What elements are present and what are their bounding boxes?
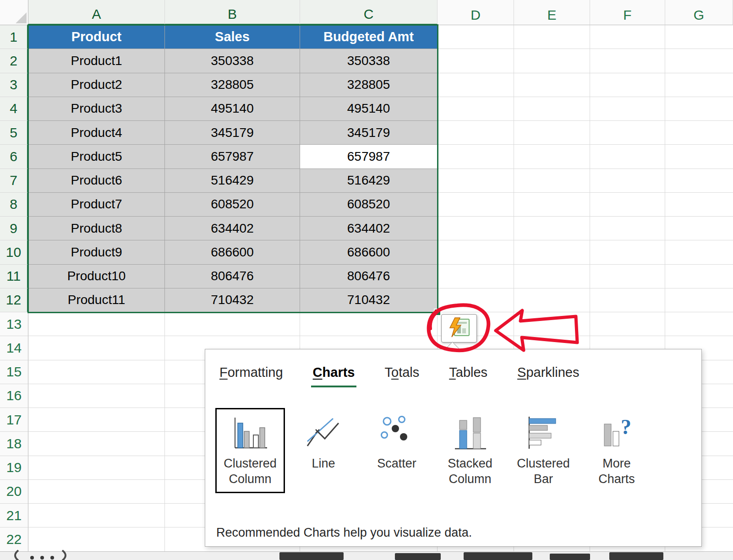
stacked-column-icon (450, 413, 490, 452)
chart-option-more-charts[interactable]: ?More Charts (582, 408, 651, 493)
cell-C1[interactable]: Budgeted Amt (300, 25, 438, 49)
cell-A9[interactable]: Product8 (28, 217, 165, 240)
select-all-triangle-icon (16, 12, 27, 23)
column-header-D[interactable]: D (438, 0, 514, 25)
cell-A10[interactable]: Product9 (28, 240, 165, 264)
row-header-16[interactable]: 16 (0, 384, 28, 408)
cell-C10[interactable]: 686600 (300, 240, 438, 264)
cell-A11[interactable]: Product10 (28, 265, 165, 288)
row-header-21[interactable]: 21 (0, 504, 28, 527)
row-header-6[interactable]: 6 (0, 145, 28, 169)
chart-option-scatter[interactable]: Scatter (362, 408, 432, 493)
sheet-tab-strip[interactable] (0, 551, 733, 560)
row-header-22[interactable]: 22 (0, 527, 28, 551)
chart-option-clustered-bar[interactable]: Clustered Bar (509, 408, 578, 493)
cell-C8[interactable]: 608520 (300, 193, 438, 217)
cell-A7[interactable]: Product6 (28, 169, 165, 193)
scatter-icon (377, 413, 416, 452)
tab-label-key: S (517, 365, 526, 380)
cell-C9[interactable]: 634402 (300, 217, 438, 240)
cell-A8[interactable]: Product7 (28, 193, 165, 217)
tab-totals[interactable]: Totals (384, 365, 419, 380)
cell-A1[interactable]: Product (28, 25, 165, 49)
cell-B4[interactable]: 495140 (165, 97, 300, 121)
cell-C5[interactable]: 345179 (300, 121, 438, 145)
cell-C7[interactable]: 516429 (300, 169, 438, 193)
cell-C11[interactable]: 806476 (300, 265, 438, 288)
row-header-2[interactable]: 2 (0, 49, 28, 73)
column-header-B[interactable]: B (165, 0, 300, 25)
cell-B2[interactable]: 350338 (165, 49, 300, 73)
cell-A3[interactable]: Product2 (28, 73, 165, 97)
column-header-A[interactable]: A (28, 0, 165, 25)
tab-label-post: ormatting (228, 365, 283, 380)
tab-label-post: parklines (526, 365, 579, 380)
cell-B1[interactable]: Sales (165, 25, 300, 49)
line-icon (304, 413, 343, 452)
row-header-13[interactable]: 13 (0, 312, 28, 336)
tab-formatting[interactable]: Formatting (219, 365, 283, 380)
column-header-E[interactable]: E (514, 0, 590, 25)
row-header-19[interactable]: 19 (0, 456, 28, 480)
column-header-G[interactable]: G (665, 0, 733, 25)
cell-B9[interactable]: 634402 (165, 217, 300, 240)
tab-tables[interactable]: Tables (449, 365, 487, 380)
tab-label-key: F (219, 365, 228, 380)
tab-charts[interactable]: Charts (313, 365, 355, 380)
data-table: ProductSalesBudgeted AmtProduct135033835… (28, 25, 438, 312)
cell-A12[interactable]: Product11 (28, 288, 165, 312)
chart-option-stacked-column[interactable]: Stacked Column (435, 408, 505, 493)
chart-option-label: Stacked Column (438, 456, 503, 487)
row-header-10[interactable]: 10 (0, 240, 28, 264)
column-header-F[interactable]: F (590, 0, 665, 25)
row-header-8[interactable]: 8 (0, 193, 28, 217)
quick-analysis-button[interactable] (441, 314, 477, 343)
cell-B11[interactable]: 806476 (165, 265, 300, 288)
cell-B6[interactable]: 657987 (165, 145, 300, 169)
tab-label-pre: T (384, 365, 391, 380)
fill-handle[interactable] (434, 309, 441, 316)
tab-label-key: C (313, 365, 323, 380)
chart-options-row: Clustered ColumnLineScatterStacked Colum… (215, 408, 651, 493)
cell-C3[interactable]: 328805 (300, 73, 438, 97)
select-all-corner[interactable] (0, 0, 28, 25)
row-header-15[interactable]: 15 (0, 360, 28, 384)
cell-A6[interactable]: Product5 (28, 145, 165, 169)
row-header-3[interactable]: 3 (0, 73, 28, 97)
tab-label-key: o (391, 365, 399, 380)
clustered-column-icon (230, 413, 270, 452)
row-header-5[interactable]: 5 (0, 121, 28, 145)
row-header-14[interactable]: 14 (0, 336, 28, 360)
row-header-18[interactable]: 18 (0, 432, 28, 456)
clustered-bar-icon (524, 413, 563, 452)
tab-label-key: T (449, 365, 456, 380)
cell-B12[interactable]: 710432 (165, 288, 300, 312)
row-header-1[interactable]: 1 (0, 25, 28, 49)
cell-B7[interactable]: 516429 (165, 169, 300, 193)
cell-B10[interactable]: 686600 (165, 240, 300, 264)
row-header-9[interactable]: 9 (0, 217, 28, 240)
row-header-20[interactable]: 20 (0, 480, 28, 504)
row-header-7[interactable]: 7 (0, 169, 28, 193)
cell-C4[interactable]: 495140 (300, 97, 438, 121)
quick-analysis-tabs: FormattingChartsTotalsTablesSparklines (219, 365, 580, 380)
cell-A5[interactable]: Product4 (28, 121, 165, 145)
cell-C6[interactable]: 657987 (300, 145, 438, 169)
cell-B3[interactable]: 328805 (165, 73, 300, 97)
row-header-17[interactable]: 17 (0, 408, 28, 432)
column-header-C[interactable]: C (300, 0, 438, 25)
cell-B8[interactable]: 608520 (165, 193, 300, 217)
chart-option-line[interactable]: Line (289, 408, 358, 493)
cell-A4[interactable]: Product3 (28, 97, 165, 121)
row-header-12[interactable]: 12 (0, 288, 28, 312)
tab-sparklines[interactable]: Sparklines (517, 365, 579, 380)
chart-option-clustered-column[interactable]: Clustered Column (215, 408, 285, 493)
more-charts-icon: ? (597, 413, 636, 452)
cell-C2[interactable]: 350338 (300, 49, 438, 73)
row-header-11[interactable]: 11 (0, 265, 28, 288)
cell-C12[interactable]: 710432 (300, 288, 438, 312)
row-header-4[interactable]: 4 (0, 97, 28, 121)
cell-A2[interactable]: Product1 (28, 49, 165, 73)
cell-B5[interactable]: 345179 (165, 121, 300, 145)
chart-option-label: Scatter (377, 456, 416, 472)
